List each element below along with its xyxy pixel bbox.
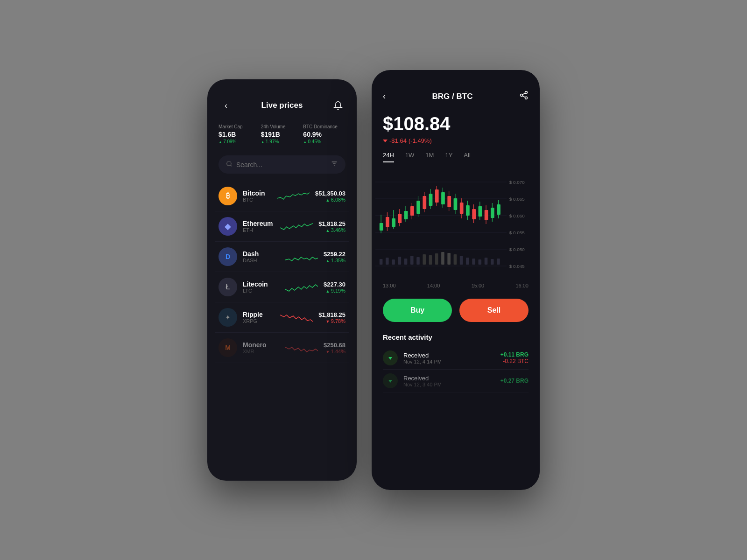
chart-label-1500: 15:00: [472, 283, 485, 288]
svg-rect-57: [441, 192, 445, 204]
tab-1y[interactable]: 1Y: [445, 152, 452, 162]
coin-name: Bitcoin: [243, 189, 271, 197]
coin-price: $227.30: [324, 281, 345, 288]
candlestick-chart: $ 0.070 $ 0.065 $ 0.060 $ 0.055 $ 0.050 …: [375, 168, 536, 280]
coin-list: ₿ Bitcoin BTC $51,350.03 6.08% ◆ Ethereu…: [207, 181, 357, 363]
monero-price-info: $250.68 1.44%: [324, 342, 345, 354]
svg-rect-49: [416, 201, 420, 214]
activity-title: Recent activity: [383, 333, 529, 341]
activity-section: Recent activity Received Nov 12, 4:14 PM…: [372, 329, 540, 396]
list-item[interactable]: D Dash DASH $259.22 1.35%: [215, 242, 349, 272]
phones-container: ‹ Live prices Market Cap $1.6B 7.09% 24h…: [207, 70, 540, 490]
svg-line-8: [522, 93, 525, 94]
received-icon: [383, 350, 398, 365]
ethereum-price-info: $1,818.25 3.46%: [318, 220, 345, 233]
back-button[interactable]: ‹: [218, 98, 233, 113]
svg-rect-47: [410, 206, 414, 216]
list-item[interactable]: ₿ Bitcoin BTC $51,350.03 6.08%: [215, 181, 349, 211]
search-input[interactable]: [236, 161, 327, 168]
svg-rect-75: [497, 204, 500, 215]
svg-rect-41: [392, 218, 395, 227]
coin-symbol: DASH: [243, 258, 280, 263]
list-item[interactable]: ✦ Ripple XRPG $1,818.25 9.78%: [215, 302, 349, 333]
coin-symbol: BTC: [243, 197, 271, 203]
svg-rect-73: [491, 208, 494, 218]
share-icon[interactable]: [519, 91, 529, 102]
coin-symbol: ETH: [243, 227, 275, 233]
litecoin-icon: Ł: [218, 278, 237, 296]
btc-dominance-label: BTC Dominance: [303, 124, 345, 129]
svg-rect-39: [386, 217, 389, 227]
notification-bell-icon[interactable]: [331, 98, 345, 113]
chart-label-1300: 13:00: [383, 283, 396, 288]
coin-change: 9.19%: [324, 288, 345, 294]
tab-1w[interactable]: 1W: [405, 152, 415, 162]
btc-dominance-stat: BTC Dominance 60.9% 0.45%: [303, 124, 345, 144]
activity-date-2: Nov 12, 3:40 PM: [403, 382, 495, 387]
bitcoin-chart: [277, 189, 310, 203]
svg-rect-17: [386, 258, 389, 265]
coin-price: $1,818.25: [318, 311, 345, 318]
ripple-icon: ✦: [218, 308, 237, 327]
chart-svg: $ 0.070 $ 0.065 $ 0.060 $ 0.055 $ 0.050 …: [375, 168, 536, 280]
p2-back-button[interactable]: ‹: [383, 91, 386, 101]
coin-symbol: XMR: [243, 349, 280, 354]
svg-rect-37: [380, 223, 383, 231]
tab-all[interactable]: All: [464, 152, 470, 162]
svg-marker-9: [383, 140, 388, 142]
svg-rect-43: [398, 214, 402, 223]
time-tabs: 24H 1W 1M 1Y All: [372, 152, 540, 162]
svg-rect-69: [479, 206, 482, 217]
svg-text:$ 0.060: $ 0.060: [509, 213, 525, 218]
chart-label-1600: 16:00: [515, 283, 529, 288]
coin-price: $51,350.03: [315, 190, 345, 197]
svg-text:$ 0.065: $ 0.065: [509, 196, 525, 201]
market-stats: Market Cap $1.6B 7.09% 24h Volume $191B …: [207, 120, 357, 152]
svg-rect-33: [485, 258, 488, 265]
coin-name: Ripple: [243, 311, 275, 318]
activity-amount-positive-2: +0.27 BRG: [500, 378, 529, 384]
svg-text:$ 0.055: $ 0.055: [509, 230, 525, 235]
buy-button[interactable]: Buy: [383, 299, 452, 322]
bitcoin-price-info: $51,350.03 6.08%: [315, 190, 345, 203]
filter-icon[interactable]: [331, 160, 338, 169]
sell-button[interactable]: Sell: [459, 299, 529, 322]
svg-rect-16: [380, 259, 383, 265]
search-bar[interactable]: [218, 155, 345, 174]
ethereum-info: Ethereum ETH: [243, 220, 275, 233]
coin-change: 6.08%: [315, 197, 345, 203]
svg-marker-83: [388, 380, 392, 383]
svg-rect-23: [423, 254, 426, 265]
svg-rect-30: [466, 258, 469, 265]
activity-type-2: Received: [403, 375, 495, 382]
svg-line-7: [522, 96, 525, 97]
monero-info: Monero XMR: [243, 341, 280, 354]
tab-1m[interactable]: 1M: [425, 152, 434, 162]
svg-rect-28: [454, 254, 457, 265]
coin-change: 3.46%: [318, 227, 345, 233]
svg-rect-71: [485, 210, 488, 220]
chart-x-labels: 13:00 14:00 15:00 16:00: [372, 280, 540, 291]
trade-buttons: Buy Sell: [372, 291, 540, 329]
down-arrow-icon: [383, 139, 388, 143]
activity-amount-positive: +0.11 BRG: [500, 351, 529, 358]
svg-rect-45: [404, 211, 408, 219]
svg-rect-29: [460, 256, 463, 265]
svg-rect-63: [460, 203, 464, 214]
ethereum-chart: [280, 219, 313, 233]
svg-point-0: [227, 161, 231, 166]
list-item[interactable]: M Monero XMR $250.68 1.44%: [215, 333, 349, 363]
list-item[interactable]: ◆ Ethereum ETH $1,818.25 3.46%: [215, 211, 349, 242]
market-cap-value: $1.6B: [218, 131, 261, 138]
coin-price: $250.68: [324, 342, 345, 349]
litecoin-price-info: $227.30 9.19%: [324, 281, 345, 294]
tab-24h[interactable]: 24H: [383, 152, 394, 162]
market-cap-stat: Market Cap $1.6B 7.09%: [218, 124, 261, 144]
coin-price: $1,818.25: [318, 220, 345, 227]
market-cap-label: Market Cap: [218, 124, 261, 129]
svg-rect-65: [466, 205, 470, 216]
svg-rect-24: [429, 255, 432, 265]
activity-type: Received: [403, 352, 495, 359]
list-item[interactable]: Ł Litecoin LTC $227.30 9.19%: [215, 272, 349, 302]
chart-label-1400: 14:00: [427, 283, 440, 288]
